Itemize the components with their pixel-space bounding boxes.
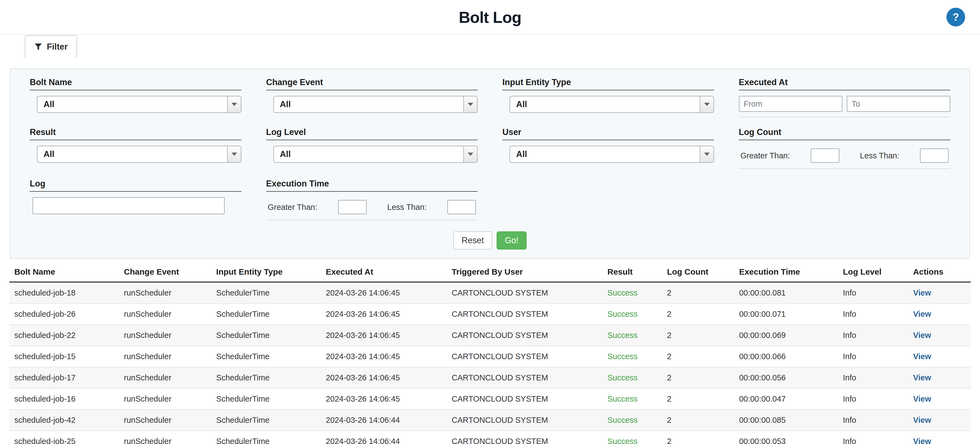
change-event-select[interactable]: All: [274, 96, 478, 113]
executed-at-to-input[interactable]: [847, 96, 950, 112]
log-level-group: Log Level All: [266, 127, 478, 169]
log-count-greater-label: Greater Than:: [740, 151, 790, 160]
cell-change-event: runScheduler: [119, 325, 211, 346]
cell-input-entity-type: SchedulerTime: [211, 388, 321, 410]
cell-triggered-by-user: CARTONCLOUD SYSTEM: [447, 303, 603, 325]
bolt-name-group: Bolt Name All: [30, 77, 242, 117]
input-entity-type-label: Input Entity Type: [503, 77, 714, 90]
table-row: scheduled-job-18 runScheduler SchedulerT…: [10, 282, 970, 303]
table-row: scheduled-job-26 runScheduler SchedulerT…: [10, 303, 970, 325]
cell-input-entity-type: SchedulerTime: [211, 431, 321, 444]
bolt-name-select[interactable]: All: [37, 96, 242, 113]
cell-result: Success: [603, 367, 662, 388]
page-header: Bolt Log ?: [0, 0, 980, 35]
cell-log-count: 2: [662, 431, 734, 444]
cell-change-event: runScheduler: [119, 303, 211, 325]
cell-executed-at: 2024-03-26 14:06:44: [321, 410, 447, 431]
cell-input-entity-type: SchedulerTime: [211, 325, 321, 346]
column-header-actions: Actions: [908, 263, 970, 282]
cell-result: Success: [603, 325, 662, 346]
cell-input-entity-type: SchedulerTime: [211, 282, 321, 303]
log-count-less-label: Less Than:: [860, 151, 899, 160]
user-group: User All: [503, 127, 714, 169]
chevron-down-icon: [700, 96, 714, 112]
cell-triggered-by-user: CARTONCLOUD SYSTEM: [447, 367, 603, 388]
filter-icon: [34, 43, 42, 51]
cell-change-event: runScheduler: [119, 388, 211, 410]
executed-at-from-input[interactable]: [739, 96, 842, 112]
cell-execution-time: 00:00:00.081: [734, 282, 838, 303]
view-link[interactable]: View: [913, 288, 931, 297]
cell-bolt-name: scheduled-job-25: [10, 431, 119, 444]
go-button[interactable]: Go!: [496, 232, 527, 249]
user-select[interactable]: All: [509, 146, 714, 163]
change-event-group: Change Event All: [266, 77, 478, 117]
cell-log-level: Info: [838, 431, 908, 444]
log-group: Log: [30, 179, 242, 220]
cell-log-level: Info: [838, 367, 908, 388]
chevron-down-icon: [700, 146, 714, 162]
cell-execution-time: 00:00:00.066: [734, 346, 838, 367]
cell-log-level: Info: [838, 282, 908, 303]
cell-executed-at: 2024-03-26 14:06:45: [321, 346, 447, 367]
log-level-select[interactable]: All: [274, 146, 478, 163]
column-header-change-event: Change Event: [119, 263, 211, 282]
executed-at-label: Executed At: [739, 77, 951, 90]
cell-log-level: Info: [838, 388, 908, 410]
cell-executed-at: 2024-03-26 14:06:45: [321, 325, 447, 346]
log-table: Bolt Name Change Event Input Entity Type…: [10, 263, 970, 444]
column-header-triggered-by-user: Triggered By User: [447, 263, 603, 282]
column-header-input-entity-type: Input Entity Type: [211, 263, 321, 282]
cell-triggered-by-user: CARTONCLOUD SYSTEM: [447, 282, 603, 303]
question-icon: ?: [953, 11, 959, 23]
view-link[interactable]: View: [913, 352, 931, 361]
result-select[interactable]: All: [37, 146, 242, 163]
log-count-less-input[interactable]: [920, 149, 949, 163]
reset-button[interactable]: Reset: [453, 232, 492, 249]
table-header-row: Bolt Name Change Event Input Entity Type…: [10, 263, 970, 282]
log-input[interactable]: [32, 197, 224, 214]
cell-input-entity-type: SchedulerTime: [211, 410, 321, 431]
cell-log-count: 2: [662, 367, 734, 388]
filter-tab[interactable]: Filter: [25, 35, 77, 58]
cell-input-entity-type: SchedulerTime: [211, 303, 321, 325]
cell-bolt-name: scheduled-job-26: [10, 303, 119, 325]
view-link[interactable]: View: [913, 437, 931, 444]
view-link[interactable]: View: [913, 310, 931, 318]
column-header-executed-at: Executed At: [321, 263, 447, 282]
cell-execution-time: 00:00:00.053: [734, 431, 838, 444]
table-row: scheduled-job-25 runScheduler SchedulerT…: [10, 431, 970, 444]
view-link[interactable]: View: [913, 415, 931, 425]
cell-bolt-name: scheduled-job-15: [10, 346, 119, 367]
result-group: Result All: [30, 127, 242, 169]
cell-bolt-name: scheduled-job-42: [10, 410, 119, 431]
result-label: Result: [30, 127, 242, 140]
executed-at-group: Executed At: [739, 77, 951, 117]
log-count-greater-input[interactable]: [811, 149, 839, 163]
execution-time-less-input[interactable]: [447, 200, 476, 214]
view-link[interactable]: View: [913, 394, 931, 403]
table-row: scheduled-job-42 runScheduler SchedulerT…: [10, 410, 970, 431]
column-header-log-level: Log Level: [838, 263, 908, 282]
cell-bolt-name: scheduled-job-17: [10, 367, 119, 388]
input-entity-type-select-value: All: [510, 99, 527, 109]
cell-result: Success: [603, 388, 662, 410]
cell-triggered-by-user: CARTONCLOUD SYSTEM: [447, 346, 603, 367]
cell-log-count: 2: [662, 346, 734, 367]
input-entity-type-select[interactable]: All: [509, 96, 714, 113]
user-label: User: [503, 127, 714, 140]
cell-input-entity-type: SchedulerTime: [211, 346, 321, 367]
help-button[interactable]: ?: [947, 8, 965, 26]
page-title: Bolt Log: [459, 8, 521, 26]
cell-bolt-name: scheduled-job-16: [10, 388, 119, 410]
execution-time-greater-input[interactable]: [338, 200, 367, 214]
view-link[interactable]: View: [913, 331, 931, 340]
column-header-log-count: Log Count: [662, 263, 734, 282]
cell-log-level: Info: [838, 303, 908, 325]
execution-time-group: Execution Time Greater Than: Less Than:: [266, 179, 478, 220]
cell-execution-time: 00:00:00.047: [734, 388, 838, 410]
column-header-result: Result: [603, 263, 662, 282]
view-link[interactable]: View: [913, 373, 931, 382]
table-row: scheduled-job-22 runScheduler SchedulerT…: [10, 325, 970, 346]
cell-triggered-by-user: CARTONCLOUD SYSTEM: [447, 325, 603, 346]
